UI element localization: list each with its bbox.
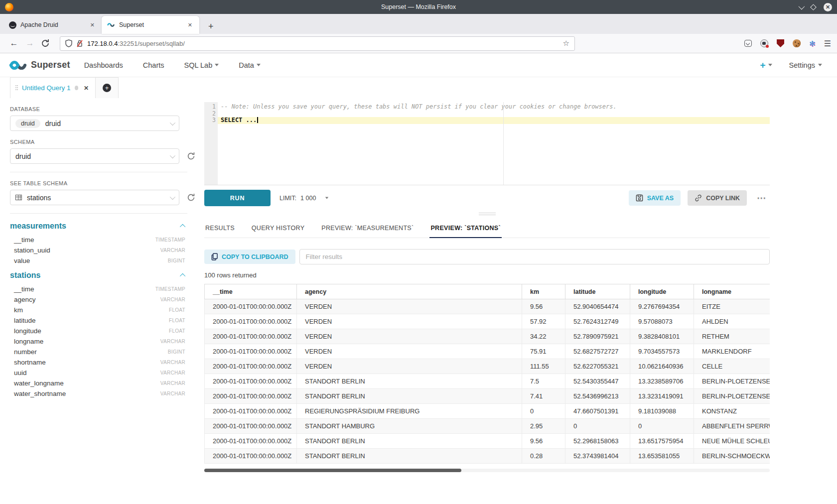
more-options-button[interactable]: ⋯ bbox=[754, 192, 770, 204]
copy-link-button[interactable]: COPY LINK bbox=[688, 190, 747, 206]
table-cell: 2000-01-01T00:00:00.000Z bbox=[205, 434, 297, 449]
url-bar[interactable]: 172.18.0.4:32251/superset/sqllab/ ☆ bbox=[60, 36, 575, 51]
cookie-extension-icon[interactable] bbox=[793, 39, 801, 47]
sqllab-sidebar: DATABASE druid druid SCHEMA druid SEE TA… bbox=[0, 98, 199, 504]
nav-item-dashboards[interactable]: Dashboards bbox=[84, 61, 123, 69]
table-cell: AHLDEN bbox=[694, 314, 770, 329]
ublock-shield-icon[interactable] bbox=[777, 39, 784, 47]
refresh-icon[interactable] bbox=[186, 193, 196, 202]
table-cell: 9.57088073 bbox=[630, 314, 694, 329]
see-table-schema-label: SEE TABLE SCHEMA bbox=[10, 180, 199, 186]
shield-icon[interactable] bbox=[65, 39, 72, 47]
menu-hamburger-icon[interactable]: ☰ bbox=[824, 39, 831, 48]
window-maximize-icon[interactable] bbox=[810, 4, 817, 10]
results-tab-results[interactable]: RESULTS bbox=[204, 221, 236, 238]
limit-dropdown[interactable]: LIMIT:1 000 bbox=[279, 195, 329, 202]
table-cell: 2000-01-01T00:00:00.000Z bbox=[205, 404, 297, 419]
table-cell: 9.3828408101 bbox=[630, 329, 694, 344]
close-icon[interactable]: ✕ bbox=[82, 84, 90, 93]
schema-table-header[interactable]: stations bbox=[10, 271, 185, 280]
column-name: longname bbox=[14, 338, 160, 345]
settings-menu[interactable]: Settings bbox=[789, 61, 822, 69]
nav-item-charts[interactable]: Charts bbox=[143, 61, 164, 69]
schema-select[interactable]: druid bbox=[10, 148, 179, 164]
nav-item-sql-lab[interactable]: SQL Lab bbox=[184, 61, 219, 69]
table-row: 2000-01-01T00:00:00.000ZSTANDORT BERLIN7… bbox=[205, 374, 770, 389]
column-type: VARCHAR bbox=[160, 380, 185, 386]
schema-column-row: shortnameVARCHAR bbox=[10, 357, 185, 368]
column-header[interactable]: km bbox=[522, 284, 565, 299]
table-cell: KONSTANZ bbox=[694, 404, 770, 419]
horizontal-scrollbar[interactable] bbox=[204, 469, 770, 472]
forward-button[interactable]: → bbox=[22, 38, 38, 48]
chevron-up-icon[interactable] bbox=[180, 224, 185, 230]
bookmark-star-icon[interactable]: ☆ bbox=[563, 39, 569, 48]
table-row: 2000-01-01T00:00:00.000ZSTANDORT BERLIN0… bbox=[205, 449, 770, 464]
browser-tab-apache-druid[interactable]: Apache Druid ✕ bbox=[4, 16, 102, 34]
nav-item-data[interactable]: Data bbox=[239, 61, 261, 69]
table-cell: 52.5436996213 bbox=[565, 389, 630, 404]
new-tab-button[interactable]: + bbox=[204, 21, 218, 34]
close-icon[interactable]: ✕ bbox=[88, 21, 97, 29]
table-cell: 13.3238589706 bbox=[630, 374, 694, 389]
filter-results-input[interactable] bbox=[299, 249, 770, 264]
scrollbar-thumb[interactable] bbox=[204, 469, 461, 472]
copy-to-clipboard-button[interactable]: COPY TO CLIPBOARD bbox=[204, 250, 295, 264]
superset-logo[interactable]: Superset bbox=[8, 60, 70, 71]
run-button[interactable]: RUN bbox=[204, 190, 271, 206]
drag-handle-icon[interactable] bbox=[15, 85, 18, 91]
table-cell: VERDEN bbox=[297, 359, 522, 374]
insecure-lock-icon[interactable] bbox=[76, 39, 83, 47]
table-cell: 13.653581055 bbox=[630, 449, 694, 464]
back-button[interactable]: ← bbox=[6, 38, 22, 48]
column-header[interactable]: latitude bbox=[565, 284, 630, 299]
containers-extension-icon[interactable] bbox=[760, 39, 768, 47]
schema-table-header[interactable]: measurements bbox=[10, 222, 185, 231]
snowflake-extension-icon[interactable]: ✻ bbox=[809, 40, 816, 47]
window-close-icon[interactable]: ✕ bbox=[824, 3, 832, 11]
column-header[interactable]: __time bbox=[205, 284, 297, 299]
table-cell: NEUE MÜHLE SCHLEUSE OP bbox=[694, 434, 770, 449]
sql-empty-line bbox=[218, 111, 770, 118]
new-item-button[interactable]: + bbox=[760, 60, 772, 71]
chevron-down-icon bbox=[325, 197, 328, 199]
results-tab-preview-stations[interactable]: PREVIEW: `STATIONS` bbox=[429, 221, 501, 238]
query-tab-untitled-1[interactable]: Untitled Query 1 ✕ bbox=[10, 77, 96, 98]
column-name: shortname bbox=[14, 359, 160, 366]
table-cell: 57.92 bbox=[522, 314, 565, 329]
chevron-up-icon[interactable] bbox=[180, 273, 185, 279]
browser-tabbar: Apache Druid ✕ Superset ✕ + bbox=[0, 14, 837, 34]
table-cell: EITZE bbox=[694, 299, 770, 314]
column-header[interactable]: longitude bbox=[630, 284, 694, 299]
results-tab-query-history[interactable]: QUERY HISTORY bbox=[251, 221, 305, 238]
table-cell: 52.6827572727 bbox=[565, 344, 630, 359]
reload-icon[interactable] bbox=[38, 39, 53, 47]
column-name: __time bbox=[14, 285, 155, 293]
refresh-icon[interactable] bbox=[186, 151, 196, 161]
unsaved-indicator-dot bbox=[75, 86, 78, 90]
pane-resize-handle[interactable] bbox=[204, 211, 770, 217]
url-path: :32251/superset/sqllab/ bbox=[118, 40, 184, 47]
column-header[interactable]: agency bbox=[297, 284, 522, 299]
table-schema-select[interactable]: stations bbox=[10, 190, 179, 205]
table-cell: VERDEN bbox=[297, 299, 522, 314]
browser-tab-superset[interactable]: Superset ✕ bbox=[102, 16, 199, 34]
window-minimize-icon[interactable] bbox=[799, 3, 805, 9]
save-as-button[interactable]: SAVE AS bbox=[629, 190, 681, 206]
close-icon[interactable]: ✕ bbox=[186, 21, 194, 29]
database-select[interactable]: druid druid bbox=[10, 116, 179, 131]
sql-active-line[interactable]: SELECT ... bbox=[218, 117, 770, 124]
table-cell: CELLE bbox=[694, 359, 770, 374]
database-value: druid bbox=[45, 120, 165, 127]
url-text[interactable]: 172.18.0.4:32251/superset/sqllab/ bbox=[87, 40, 559, 47]
table-cell: 2.95 bbox=[522, 419, 565, 434]
schema-column-row: __timeTIMESTAMP bbox=[10, 284, 185, 294]
schema-column-row: water_longnameVARCHAR bbox=[10, 378, 185, 388]
column-header[interactable]: longname bbox=[694, 284, 770, 299]
sql-editor[interactable]: 1 2 3 -- Note: Unless you save your quer… bbox=[204, 102, 770, 185]
add-query-tab-button[interactable]: + bbox=[96, 77, 119, 98]
column-type: TIMESTAMP bbox=[155, 237, 185, 243]
results-tab-preview-measurements[interactable]: PREVIEW: `MEASUREMENTS` bbox=[320, 221, 415, 238]
pocket-icon[interactable] bbox=[744, 40, 752, 47]
column-type: BIGINT bbox=[168, 258, 185, 263]
